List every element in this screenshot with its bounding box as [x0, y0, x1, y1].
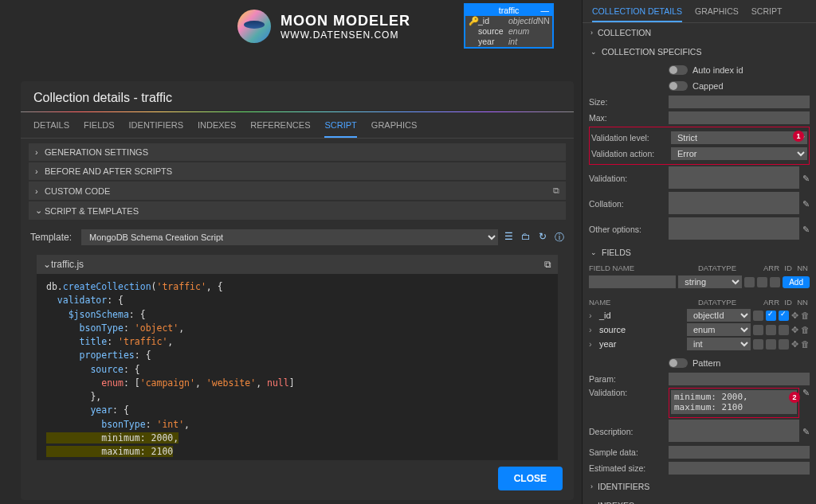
collation-input[interactable]: [669, 192, 799, 214]
param-input[interactable]: [669, 373, 810, 385]
edit-icon[interactable]: ✎: [802, 388, 810, 398]
tab-fields[interactable]: FIELDS: [84, 120, 115, 138]
entity-header[interactable]: traffic —: [465, 5, 552, 16]
validation-action-select[interactable]: Error: [671, 147, 807, 160]
entity-field[interactable]: 🔑_idobjectIdNN: [465, 16, 552, 26]
accordion-before-and-after-scripts[interactable]: ›BEFORE AND AFTER SCRIPTS: [29, 162, 566, 180]
new-field-type-select[interactable]: string: [678, 275, 742, 288]
new-field-nn-checkbox[interactable]: [770, 277, 780, 287]
arr-checkbox[interactable]: [753, 339, 763, 350]
field-row[interactable]: ›sourceenum✥🗑: [583, 322, 816, 337]
edit-icon[interactable]: ✎: [802, 225, 810, 235]
capped-label: Capped: [692, 81, 724, 91]
nn-checkbox[interactable]: [779, 325, 789, 335]
id-checkbox[interactable]: [766, 311, 776, 321]
copy-icon[interactable]: ⧉: [544, 259, 551, 270]
annotation-badge-2: 2: [789, 392, 800, 403]
dialog-tabs: DETAILSFIELDSIDENTIFIERSINDEXESREFERENCE…: [21, 112, 574, 139]
code-block[interactable]: db.createCollection('traffic', { validat…: [37, 274, 558, 460]
panel-tabs: COLLECTION DETAILSGRAPHICSSCRIPT: [583, 0, 816, 23]
field-row[interactable]: ›yearint✥🗑: [583, 337, 816, 351]
nn-checkbox[interactable]: [779, 339, 789, 350]
template-select[interactable]: MongoDB Schema Creation Script: [81, 229, 498, 245]
chevron-down-icon[interactable]: ⌄: [43, 259, 51, 270]
right-panel: COLLECTION DETAILSGRAPHICSSCRIPT ›COLLEC…: [582, 0, 816, 504]
size-input[interactable]: [669, 96, 810, 108]
delete-icon[interactable]: 🗑: [801, 325, 810, 335]
brand-url: WWW.DATENSEN.COM: [280, 29, 410, 41]
move-icon[interactable]: ✥: [791, 311, 798, 321]
panel-tab-graphics[interactable]: GRAPHICS: [695, 6, 739, 22]
template-label: Template:: [30, 232, 75, 243]
field-type-select[interactable]: int: [687, 338, 751, 350]
description-input[interactable]: [669, 420, 799, 442]
annotation-badge-1: 1: [793, 131, 804, 142]
edit-icon[interactable]: ✎: [802, 174, 810, 184]
nn-checkbox[interactable]: [779, 311, 789, 321]
validation-level-select[interactable]: Strict: [671, 131, 807, 144]
tab-details[interactable]: DETAILS: [33, 120, 69, 138]
entity-name: traffic: [499, 6, 519, 15]
capped-toggle[interactable]: [669, 81, 688, 91]
section-identifiers[interactable]: ›IDENTIFIERS: [583, 477, 816, 496]
field-row[interactable]: ›_idobjectId✥🗑: [583, 308, 816, 322]
entity-field[interactable]: sourceenum: [465, 26, 552, 37]
section-indexes[interactable]: ›INDEXES: [583, 496, 816, 504]
id-checkbox[interactable]: [766, 339, 776, 350]
filter-icon[interactable]: ☰: [504, 231, 513, 244]
move-icon[interactable]: ✥: [791, 325, 798, 335]
accordion-custom-code[interactable]: ›CUSTOM CODE⧉: [29, 182, 566, 200]
logo-icon: [237, 10, 271, 43]
arr-checkbox[interactable]: [753, 325, 763, 335]
copy-icon[interactable]: ⧉: [553, 186, 559, 196]
close-button[interactable]: CLOSE: [498, 467, 563, 490]
other-options-input[interactable]: [669, 217, 799, 240]
entity-card-traffic[interactable]: traffic — 🔑_idobjectIdNNsourceenumyearin…: [464, 3, 554, 49]
section-collection[interactable]: ›COLLECTION: [583, 23, 816, 42]
id-checkbox[interactable]: [766, 325, 776, 335]
new-field-arr-checkbox[interactable]: [744, 277, 755, 287]
delete-icon[interactable]: 🗑: [801, 311, 810, 321]
info-icon[interactable]: ⓘ: [555, 231, 564, 244]
sample-data-input[interactable]: [669, 446, 810, 459]
auto-index-toggle[interactable]: [669, 65, 688, 75]
pattern-toggle[interactable]: [669, 358, 688, 368]
new-field-name-input[interactable]: [589, 275, 676, 288]
section-fields[interactable]: ⌄FIELDS: [583, 243, 816, 262]
arr-checkbox[interactable]: [753, 311, 763, 321]
code-file-name: traffic.js: [51, 259, 544, 270]
move-icon[interactable]: ✥: [791, 339, 798, 350]
accordion-script-&-templates[interactable]: ⌄SCRIPT & TEMPLATES: [29, 201, 566, 220]
accordion-generation-settings[interactable]: ›GENERATION SETTINGS: [29, 143, 566, 161]
collapse-icon[interactable]: —: [541, 6, 550, 15]
tab-references[interactable]: REFERENCES: [250, 120, 310, 138]
entity-field[interactable]: yearint: [465, 37, 552, 47]
brand-title: MOON MODELER: [280, 13, 410, 29]
add-field-button[interactable]: Add: [783, 276, 810, 288]
edit-icon[interactable]: ✎: [802, 199, 810, 209]
panel-tab-collection-details[interactable]: COLLECTION DETAILS: [592, 6, 682, 22]
brand-block: MOON MODELER WWW.DATENSEN.COM: [280, 13, 410, 41]
edit-icon[interactable]: ✎: [802, 427, 810, 437]
tab-indexes[interactable]: INDEXES: [198, 120, 236, 138]
panel-tab-script[interactable]: SCRIPT: [751, 6, 783, 22]
dialog-title: Collection details - traffic: [21, 81, 574, 111]
collection-details-dialog: Collection details - traffic DETAILSFIEL…: [21, 81, 574, 500]
field-validation-input[interactable]: minimum: 2000, maximum: 2100: [671, 390, 797, 414]
tab-script[interactable]: SCRIPT: [324, 120, 356, 138]
refresh-icon[interactable]: ↻: [539, 231, 547, 244]
validation-input[interactable]: [669, 166, 799, 189]
auto-index-label: Auto index id: [692, 65, 743, 75]
delete-icon[interactable]: 🗑: [801, 339, 810, 350]
tab-identifiers[interactable]: IDENTIFIERS: [129, 120, 183, 138]
new-field-id-checkbox[interactable]: [757, 277, 767, 287]
max-input[interactable]: [669, 111, 810, 124]
estimated-size-input[interactable]: [669, 462, 810, 475]
tab-graphics[interactable]: GRAPHICS: [371, 120, 417, 138]
section-specifics[interactable]: ⌄COLLECTION SPECIFICS: [583, 42, 816, 61]
field-type-select[interactable]: objectId: [687, 309, 751, 322]
field-type-select[interactable]: enum: [687, 323, 751, 336]
folder-icon[interactable]: 🗀: [521, 231, 531, 244]
